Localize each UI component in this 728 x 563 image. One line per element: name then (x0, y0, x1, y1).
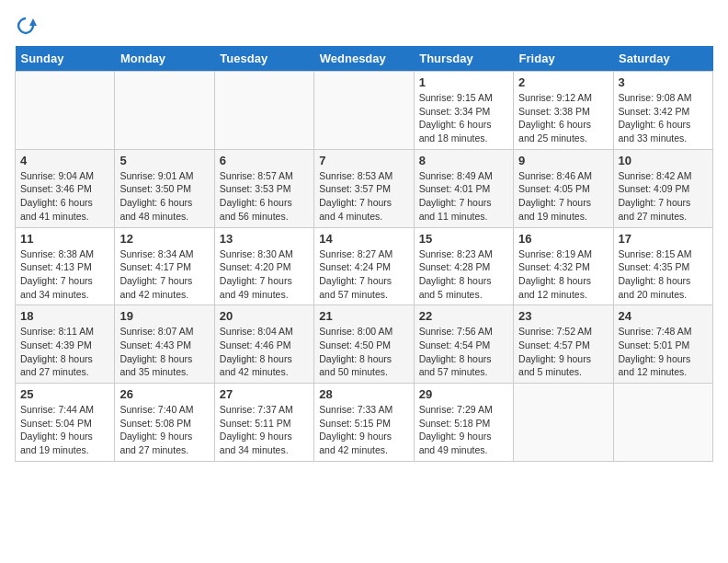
header (15, 15, 713, 37)
day-number: 4 (20, 154, 109, 167)
weekday-header-thursday: Thursday (414, 46, 513, 72)
day-info: Sunrise: 9:12 AMSunset: 3:38 PMDaylight:… (518, 91, 608, 145)
day-number: 28 (319, 387, 408, 401)
calendar-cell: 3Sunrise: 9:08 AMSunset: 3:42 PMDaylight… (613, 72, 712, 150)
calendar-cell (314, 72, 414, 150)
weekday-header-friday: Friday (514, 46, 613, 72)
day-number: 12 (119, 232, 209, 246)
weekday-header-saturday: Saturday (613, 46, 712, 72)
week-row-1: 1Sunrise: 9:15 AMSunset: 3:34 PMDaylight… (16, 72, 713, 150)
calendar-cell: 21Sunrise: 8:00 AMSunset: 4:50 PMDayligh… (314, 305, 414, 384)
calendar-cell (16, 72, 115, 150)
day-info: Sunrise: 8:00 AMSunset: 4:50 PMDaylight:… (319, 325, 408, 379)
day-info: Sunrise: 8:23 AMSunset: 4:28 PMDaylight:… (419, 247, 508, 302)
calendar-cell: 24Sunrise: 7:48 AMSunset: 5:01 PMDayligh… (613, 305, 712, 384)
day-number: 10 (619, 154, 708, 167)
day-number: 8 (419, 154, 508, 167)
calendar-cell: 9Sunrise: 8:46 AMSunset: 4:05 PMDaylight… (514, 149, 613, 227)
day-number: 2 (518, 75, 608, 89)
weekday-header-tuesday: Tuesday (214, 46, 313, 72)
logo-icon (15, 15, 37, 37)
day-info: Sunrise: 8:42 AMSunset: 4:09 PMDaylight:… (619, 169, 708, 224)
week-row-3: 11Sunrise: 8:38 AMSunset: 4:13 PMDayligh… (16, 227, 713, 305)
calendar-cell: 10Sunrise: 8:42 AMSunset: 4:09 PMDayligh… (613, 149, 712, 227)
calendar-cell: 29Sunrise: 7:29 AMSunset: 5:18 PMDayligh… (414, 384, 513, 462)
day-number: 22 (419, 309, 508, 323)
day-info: Sunrise: 8:07 AMSunset: 4:43 PMDaylight:… (119, 325, 209, 379)
day-number: 25 (20, 387, 109, 401)
calendar-cell: 12Sunrise: 8:34 AMSunset: 4:17 PMDayligh… (115, 227, 214, 305)
day-info: Sunrise: 8:38 AMSunset: 4:13 PMDaylight:… (20, 247, 109, 302)
weekday-header-row: SundayMondayTuesdayWednesdayThursdayFrid… (16, 46, 713, 72)
day-info: Sunrise: 8:53 AMSunset: 3:57 PMDaylight:… (319, 169, 408, 224)
calendar-cell: 8Sunrise: 8:49 AMSunset: 4:01 PMDaylight… (414, 149, 513, 227)
calendar-cell (115, 72, 214, 150)
calendar-cell: 20Sunrise: 8:04 AMSunset: 4:46 PMDayligh… (214, 305, 313, 384)
calendar-cell: 27Sunrise: 7:37 AMSunset: 5:11 PMDayligh… (214, 384, 313, 462)
day-info: Sunrise: 8:57 AMSunset: 3:53 PMDaylight:… (220, 169, 309, 224)
day-number: 17 (619, 232, 708, 246)
day-info: Sunrise: 8:27 AMSunset: 4:24 PMDaylight:… (319, 247, 408, 302)
day-number: 23 (518, 309, 608, 323)
day-info: Sunrise: 8:30 AMSunset: 4:20 PMDaylight:… (220, 247, 309, 302)
day-number: 26 (119, 387, 209, 401)
week-row-4: 18Sunrise: 8:11 AMSunset: 4:39 PMDayligh… (16, 305, 713, 384)
calendar-cell: 5Sunrise: 9:01 AMSunset: 3:50 PMDaylight… (115, 149, 214, 227)
week-row-5: 25Sunrise: 7:44 AMSunset: 5:04 PMDayligh… (16, 384, 713, 462)
calendar-cell: 13Sunrise: 8:30 AMSunset: 4:20 PMDayligh… (214, 227, 313, 305)
calendar-cell (514, 384, 613, 462)
day-number: 20 (220, 309, 309, 323)
day-number: 1 (419, 75, 508, 89)
calendar-cell: 26Sunrise: 7:40 AMSunset: 5:08 PMDayligh… (115, 384, 214, 462)
calendar-cell: 6Sunrise: 8:57 AMSunset: 3:53 PMDaylight… (214, 149, 313, 227)
day-info: Sunrise: 9:08 AMSunset: 3:42 PMDaylight:… (619, 91, 708, 145)
day-info: Sunrise: 8:04 AMSunset: 4:46 PMDaylight:… (220, 325, 309, 379)
calendar-cell: 17Sunrise: 8:15 AMSunset: 4:35 PMDayligh… (613, 227, 712, 305)
day-info: Sunrise: 8:11 AMSunset: 4:39 PMDaylight:… (20, 325, 109, 379)
day-number: 29 (419, 387, 508, 401)
day-number: 11 (20, 232, 109, 246)
day-info: Sunrise: 9:01 AMSunset: 3:50 PMDaylight:… (119, 169, 209, 224)
day-info: Sunrise: 7:52 AMSunset: 4:57 PMDaylight:… (518, 325, 608, 379)
day-info: Sunrise: 7:44 AMSunset: 5:04 PMDaylight:… (20, 403, 109, 457)
day-number: 3 (619, 75, 708, 89)
day-info: Sunrise: 8:49 AMSunset: 4:01 PMDaylight:… (419, 169, 508, 224)
calendar-cell: 4Sunrise: 9:04 AMSunset: 3:46 PMDaylight… (16, 149, 115, 227)
day-info: Sunrise: 8:46 AMSunset: 4:05 PMDaylight:… (518, 169, 608, 224)
calendar-cell: 14Sunrise: 8:27 AMSunset: 4:24 PMDayligh… (314, 227, 414, 305)
day-number: 13 (220, 232, 309, 246)
logo (15, 15, 40, 37)
calendar-cell: 23Sunrise: 7:52 AMSunset: 4:57 PMDayligh… (514, 305, 613, 384)
week-row-2: 4Sunrise: 9:04 AMSunset: 3:46 PMDaylight… (16, 149, 713, 227)
svg-marker-0 (29, 18, 37, 26)
calendar-cell (214, 72, 313, 150)
day-info: Sunrise: 8:19 AMSunset: 4:32 PMDaylight:… (518, 247, 608, 302)
day-number: 9 (518, 154, 608, 167)
day-number: 21 (319, 309, 408, 323)
weekday-header-monday: Monday (115, 46, 214, 72)
day-number: 15 (419, 232, 508, 246)
day-number: 5 (119, 154, 209, 167)
calendar-cell: 28Sunrise: 7:33 AMSunset: 5:15 PMDayligh… (314, 384, 414, 462)
weekday-header-sunday: Sunday (16, 46, 115, 72)
day-number: 7 (319, 154, 408, 167)
day-number: 27 (220, 387, 309, 401)
day-info: Sunrise: 7:33 AMSunset: 5:15 PMDaylight:… (319, 403, 408, 457)
day-info: Sunrise: 7:56 AMSunset: 4:54 PMDaylight:… (419, 325, 508, 379)
day-number: 14 (319, 232, 408, 246)
day-number: 19 (119, 309, 209, 323)
day-info: Sunrise: 9:15 AMSunset: 3:34 PMDaylight:… (419, 91, 508, 145)
calendar-cell: 22Sunrise: 7:56 AMSunset: 4:54 PMDayligh… (414, 305, 513, 384)
calendar-cell: 15Sunrise: 8:23 AMSunset: 4:28 PMDayligh… (414, 227, 513, 305)
day-number: 18 (20, 309, 109, 323)
calendar-table: SundayMondayTuesdayWednesdayThursdayFrid… (15, 46, 713, 462)
calendar-cell: 2Sunrise: 9:12 AMSunset: 3:38 PMDaylight… (514, 72, 613, 150)
weekday-header-wednesday: Wednesday (314, 46, 414, 72)
day-info: Sunrise: 7:37 AMSunset: 5:11 PMDaylight:… (220, 403, 309, 457)
calendar-cell: 18Sunrise: 8:11 AMSunset: 4:39 PMDayligh… (16, 305, 115, 384)
day-info: Sunrise: 7:29 AMSunset: 5:18 PMDaylight:… (419, 403, 508, 457)
calendar-cell: 7Sunrise: 8:53 AMSunset: 3:57 PMDaylight… (314, 149, 414, 227)
day-number: 6 (220, 154, 309, 167)
day-info: Sunrise: 8:34 AMSunset: 4:17 PMDaylight:… (119, 247, 209, 302)
day-info: Sunrise: 7:40 AMSunset: 5:08 PMDaylight:… (119, 403, 209, 457)
